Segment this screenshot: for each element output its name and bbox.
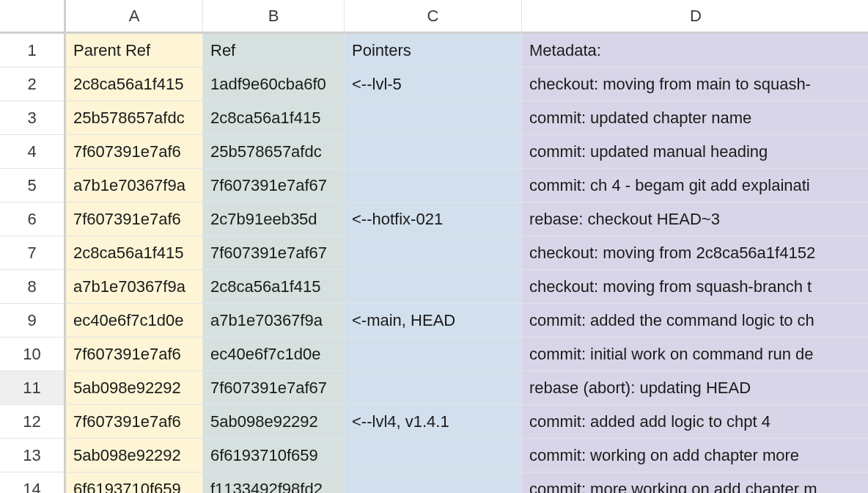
cell-d11[interactable]: rebase (abort): updating HEAD [522, 371, 868, 405]
cell-b10[interactable]: ec40e6f7c1d0e [203, 337, 345, 371]
row-header-6[interactable]: 6 [0, 202, 66, 236]
cell-b13[interactable]: 6f6193710f659 [203, 439, 345, 472]
cell-b12[interactable]: 5ab098e92292 [203, 405, 345, 439]
row-header-2[interactable]: 2 [0, 67, 66, 101]
row-header-9[interactable]: 9 [0, 304, 66, 337]
cell-b9[interactable]: a7b1e70367f9a [203, 304, 345, 337]
cell-a6[interactable]: 7f607391e7af6 [66, 202, 203, 236]
cell-d9[interactable]: commit: added the command logic to ch [522, 304, 868, 337]
cell-d1[interactable]: Metadata: [522, 34, 868, 67]
cell-c3[interactable] [345, 101, 522, 135]
row-header-3[interactable]: 3 [0, 101, 66, 135]
cell-c9[interactable]: <-main, HEAD [345, 304, 522, 337]
cell-a8[interactable]: a7b1e70367f9a [66, 270, 203, 304]
row-header-14[interactable]: 14 [0, 472, 66, 493]
cell-b7[interactable]: 7f607391e7af67 [203, 236, 345, 270]
cell-a7[interactable]: 2c8ca56a1f415 [66, 236, 203, 270]
row-header-10[interactable]: 10 [0, 337, 66, 371]
row-header-13[interactable]: 13 [0, 439, 66, 472]
row-header-5[interactable]: 5 [0, 169, 66, 202]
cell-d7[interactable]: checkout: moving from 2c8ca56a1f4152 [522, 236, 868, 270]
cell-c4[interactable] [345, 135, 522, 169]
cell-a11[interactable]: 5ab098e92292 [66, 371, 203, 405]
row-header-12[interactable]: 12 [0, 405, 66, 439]
cell-c5[interactable] [345, 169, 522, 202]
cell-b11[interactable]: 7f607391e7af67 [203, 371, 345, 405]
cell-b4[interactable]: 25b578657afdc [203, 135, 345, 169]
cell-a9[interactable]: ec40e6f7c1d0e [66, 304, 203, 337]
cell-c2[interactable]: <--lvl-5 [345, 67, 522, 101]
select-all-corner[interactable] [0, 0, 66, 34]
cell-d4[interactable]: commit: updated manual heading [522, 135, 868, 169]
cell-d2[interactable]: checkout: moving from main to squash- [522, 67, 868, 101]
cell-b5[interactable]: 7f607391e7af67 [203, 169, 345, 202]
spreadsheet-grid[interactable]: A B C D 1 Parent Ref Ref Pointers Metada… [0, 0, 868, 493]
cell-c6[interactable]: <--hotfix-021 [345, 202, 522, 236]
row-header-7[interactable]: 7 [0, 236, 66, 270]
row-header-8[interactable]: 8 [0, 270, 66, 304]
cell-a5[interactable]: a7b1e70367f9a [66, 169, 203, 202]
cell-a4[interactable]: 7f607391e7af6 [66, 135, 203, 169]
row-header-4[interactable]: 4 [0, 135, 66, 169]
cell-c1[interactable]: Pointers [345, 34, 522, 67]
cell-d3[interactable]: commit: updated chapter name [522, 101, 868, 135]
cell-c12[interactable]: <--lvl4, v1.4.1 [345, 405, 522, 439]
col-header-c[interactable]: C [345, 0, 522, 34]
cell-c8[interactable] [345, 270, 522, 304]
cell-d14[interactable]: commit: more working on add chapter m [522, 472, 868, 493]
col-header-d[interactable]: D [522, 0, 868, 34]
col-header-b[interactable]: B [203, 0, 345, 34]
cell-d5[interactable]: commit: ch 4 - begam git add explainati [522, 169, 868, 202]
cell-a12[interactable]: 7f607391e7af6 [66, 405, 203, 439]
cell-a1[interactable]: Parent Ref [66, 34, 203, 67]
cell-d10[interactable]: commit: initial work on command run de [522, 337, 868, 371]
cell-c13[interactable] [345, 439, 522, 472]
cell-b6[interactable]: 2c7b91eeb35d [203, 202, 345, 236]
cell-b1[interactable]: Ref [203, 34, 345, 67]
cell-c7[interactable] [345, 236, 522, 270]
col-header-a[interactable]: A [66, 0, 203, 34]
cell-a10[interactable]: 7f607391e7af6 [66, 337, 203, 371]
cell-d6[interactable]: rebase: checkout HEAD~3 [522, 202, 868, 236]
cell-a13[interactable]: 5ab098e92292 [66, 439, 203, 472]
cell-b14[interactable]: f1133492f98fd2 [203, 472, 345, 493]
cell-c11[interactable] [345, 371, 522, 405]
cell-c14[interactable] [345, 472, 522, 493]
cell-d8[interactable]: checkout: moving from squash-branch t [522, 270, 868, 304]
row-header-11[interactable]: 11 [0, 371, 66, 405]
row-header-1[interactable]: 1 [0, 34, 66, 67]
cell-b2[interactable]: 1adf9e60cba6f0 [203, 67, 345, 101]
cell-a3[interactable]: 25b578657afdc [66, 101, 203, 135]
cell-a2[interactable]: 2c8ca56a1f415 [66, 67, 203, 101]
cell-b3[interactable]: 2c8ca56a1f415 [203, 101, 345, 135]
cell-c10[interactable] [345, 337, 522, 371]
cell-a14[interactable]: 6f6193710f659 [66, 472, 203, 493]
cell-b8[interactable]: 2c8ca56a1f415 [203, 270, 345, 304]
cell-d12[interactable]: commit: added add logic to chpt 4 [522, 405, 868, 439]
cell-d13[interactable]: commit: working on add chapter more [522, 439, 868, 472]
